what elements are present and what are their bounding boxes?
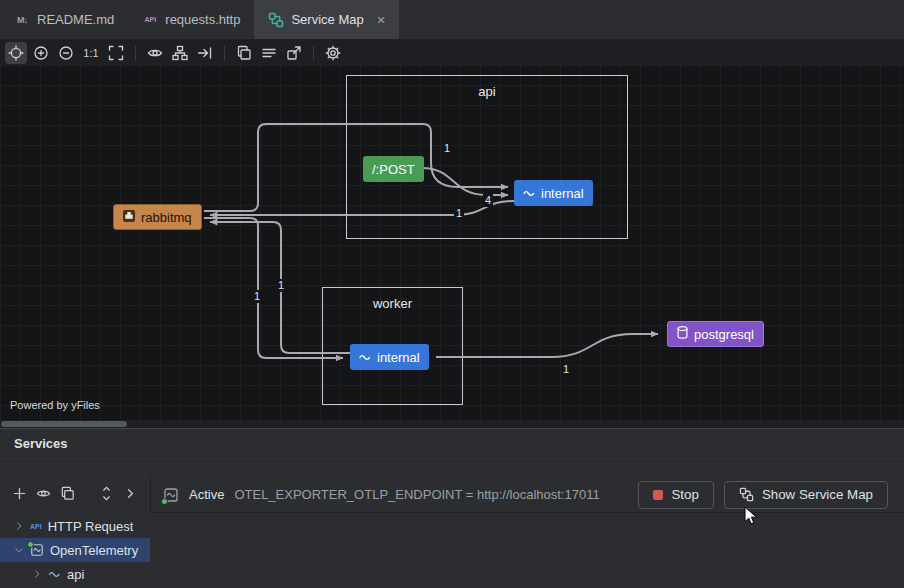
show-service-map-button[interactable]: Show Service Map — [724, 481, 888, 509]
api-file-icon: API — [142, 12, 158, 28]
yfiles-watermark: Powered by yFiles — [10, 399, 100, 411]
export-icon — [286, 45, 302, 61]
export-button[interactable] — [283, 42, 305, 64]
node-postgresql[interactable]: postgresql — [667, 321, 764, 347]
opentelemetry-icon — [30, 543, 44, 557]
tab-requests-http[interactable]: API requests.http — [128, 0, 254, 39]
copy-button[interactable] — [233, 42, 255, 64]
node-post-endpoint[interactable]: /:POST — [363, 156, 424, 182]
service-map-canvas[interactable]: api worker 1 4 1 1 1 1 /:POST internal — [0, 65, 904, 420]
show-service-map-label: Show Service Map — [762, 487, 873, 502]
service-map-icon — [739, 487, 754, 502]
crosshair-icon — [8, 45, 24, 61]
edge-count-label: 1 — [454, 207, 464, 220]
navigate-button[interactable] — [123, 486, 138, 504]
node-rabbitmq[interactable]: rabbitmq — [113, 204, 202, 230]
view-options-button[interactable] — [36, 486, 51, 504]
service-run-bar: Active OTEL_EXPORTER_OTLP_ENDPOINT = htt… — [150, 477, 904, 513]
tab-service-map[interactable]: Service Map × — [254, 0, 399, 39]
node-label: rabbitmq — [141, 210, 192, 225]
toolbar-separator — [224, 46, 225, 60]
tree-item-api[interactable]: api — [0, 562, 150, 586]
step-into-button[interactable] — [194, 42, 216, 64]
edge-count-label: 1 — [442, 142, 452, 155]
scrollbar-thumb[interactable] — [1, 421, 127, 427]
status-label: Active — [189, 487, 224, 502]
node-label: internal — [377, 350, 420, 365]
mouse-cursor — [744, 506, 758, 529]
edge-count-label: 1 — [561, 363, 571, 376]
edge-post-to-api-internal — [422, 168, 508, 195]
node-api-internal[interactable]: internal — [514, 180, 593, 206]
tab-label: README.md — [37, 12, 114, 27]
api-badge-icon: API — [30, 523, 42, 530]
stop-button-label: Stop — [671, 487, 698, 502]
pan-mode-button[interactable] — [5, 42, 27, 64]
service-map-icon — [268, 12, 284, 28]
list-button[interactable] — [258, 42, 280, 64]
edge-count-label: 4 — [483, 194, 493, 207]
node-label: internal — [541, 186, 584, 201]
edge-worker-internal-to-postgresql — [436, 334, 658, 357]
toolbar-separator — [313, 46, 314, 60]
lines-icon — [261, 45, 277, 61]
services-panel-header: Services — [0, 429, 904, 459]
toolbar-separator — [135, 46, 136, 60]
otel-endpoint-text: OTEL_EXPORTER_OTLP_ENDPOINT = http://loc… — [234, 487, 628, 502]
editor-tab-bar: M↓ README.md API requests.http Service M… — [0, 0, 904, 40]
preview-button[interactable] — [144, 42, 166, 64]
settings-button[interactable] — [322, 42, 344, 64]
close-icon[interactable]: × — [377, 12, 386, 27]
actual-size-button[interactable]: 1:1 — [80, 42, 102, 64]
graph-toolbar: 1:1 — [0, 40, 904, 65]
zoom-out-icon — [58, 45, 74, 61]
tree-item-label: HTTP Request — [48, 519, 134, 534]
tab-label: requests.http — [165, 12, 240, 27]
chevron-right-icon[interactable] — [14, 519, 24, 534]
node-label: /:POST — [372, 162, 415, 177]
chevron-right-icon[interactable] — [32, 567, 42, 582]
services-panel: Services Active OTEL_EXPORTER_OTLP_ENDP — [0, 428, 904, 588]
horizontal-scrollbar — [0, 420, 904, 428]
tree-item-http-request[interactable]: API HTTP Request — [0, 514, 150, 538]
chevron-down-icon[interactable] — [14, 543, 24, 558]
gear-icon — [325, 45, 341, 61]
tab-readme[interactable]: M↓ README.md — [0, 0, 128, 39]
eye-icon — [147, 45, 163, 61]
wave-icon — [48, 567, 61, 582]
running-dot — [161, 498, 168, 505]
eye-icon — [36, 486, 51, 501]
edge-count-label: 1 — [276, 279, 286, 292]
markdown-icon: M↓ — [14, 12, 30, 28]
running-dot — [27, 541, 34, 548]
stop-button[interactable]: Stop — [638, 481, 713, 509]
zoom-in-button[interactable] — [30, 42, 52, 64]
unfold-icon — [99, 486, 114, 501]
edge-rabbitmq-to-worker-internal — [204, 218, 343, 358]
edge-rabbitmq-to-api-internal — [204, 124, 508, 211]
add-service-button[interactable] — [12, 486, 27, 504]
chevron-right-icon — [123, 486, 138, 501]
active-service-icon — [163, 487, 179, 503]
layout-button[interactable] — [169, 42, 191, 64]
tab-label: Service Map — [291, 12, 363, 27]
open-console-button[interactable] — [60, 486, 75, 504]
node-worker-internal[interactable]: internal — [350, 344, 429, 370]
edge-count-label: 1 — [252, 290, 262, 303]
services-title: Services — [14, 436, 68, 451]
zoom-out-button[interactable] — [55, 42, 77, 64]
expand-collapse-button[interactable] — [99, 486, 114, 504]
fit-content-button[interactable] — [105, 42, 127, 64]
services-tree: API HTTP Request OpenTelemetry — [0, 514, 150, 586]
actual-size-label: 1:1 — [83, 47, 98, 59]
edge-layer — [0, 65, 904, 420]
wave-icon — [359, 350, 371, 365]
database-icon — [677, 326, 688, 342]
wave-icon — [523, 186, 535, 201]
rabbitmq-icon — [123, 210, 135, 225]
enter-icon — [197, 45, 213, 61]
copy-icon — [236, 45, 252, 61]
tree-item-opentelemetry[interactable]: OpenTelemetry — [0, 538, 150, 562]
hierarchy-icon — [172, 45, 188, 61]
services-toolbar — [0, 483, 150, 507]
